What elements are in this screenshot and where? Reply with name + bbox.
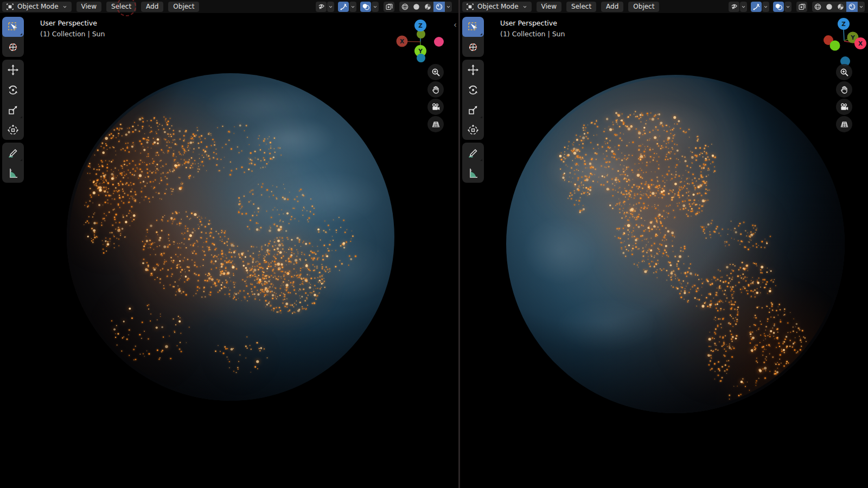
shading-dropdown[interactable] (858, 2, 865, 12)
camera-view-icon (431, 102, 441, 112)
tool-select-box[interactable] (462, 17, 484, 37)
cursor-icon (467, 41, 479, 53)
gizmo-icon (340, 3, 348, 11)
shading-rendered-button[interactable] (433, 2, 445, 12)
axis-z-label: Z (418, 22, 423, 29)
overlay-circles-icon (362, 3, 370, 11)
viewport-3d-left[interactable]: Object Mode View Select Add Object (0, 0, 458, 488)
xray-toggle[interactable] (384, 2, 394, 12)
tool-transform[interactable] (2, 120, 24, 140)
tool-transform[interactable] (462, 120, 484, 140)
viewport-3d-right[interactable]: Object Mode View Select Add Object (460, 0, 868, 488)
object-mode-icon (466, 3, 474, 11)
shading-solid-button[interactable] (824, 2, 835, 12)
viewport-header-left: Object Mode View Select Add Object (0, 0, 458, 13)
pan-button[interactable] (836, 81, 852, 98)
select-box-icon (7, 21, 19, 33)
gizmos-dropdown[interactable] (762, 2, 769, 12)
toggle-grid-icon (840, 120, 849, 129)
menu-view[interactable]: View (537, 2, 561, 12)
collection-breadcrumb: (1) Collection | Sun (500, 30, 565, 38)
axis-y-label: Y (850, 34, 855, 41)
viewport-header-right: Object Mode View Select Add Object (460, 0, 868, 13)
chevron-down-icon (522, 4, 528, 10)
show-overlays-toggle[interactable] (360, 2, 371, 12)
tool-annotate[interactable] (2, 143, 24, 163)
navigation-gizmo[interactable]: Z X Y (394, 17, 449, 64)
menu-add[interactable]: Add (141, 2, 163, 12)
gizmos-dropdown[interactable] (349, 2, 356, 12)
shading-solid-button[interactable] (411, 2, 422, 12)
axis-y-neg-ball[interactable] (830, 41, 840, 51)
xray-toggle[interactable] (796, 2, 807, 12)
chevron-down-icon (741, 4, 746, 10)
overlay-circles-icon (775, 3, 783, 11)
menu-object[interactable]: Object (168, 2, 199, 12)
gizmo-visibility-dropdown[interactable] (740, 2, 747, 12)
sidebar-toggle-arrow[interactable]: ‹ (454, 21, 457, 29)
shading-wireframe-button[interactable] (399, 2, 411, 12)
gizmo-visibility-button[interactable] (729, 2, 739, 12)
show-gizmos-toggle[interactable] (751, 2, 762, 12)
shading-material-icon (837, 3, 845, 11)
shading-material-button[interactable] (835, 2, 846, 12)
camera-view-button[interactable] (836, 99, 852, 115)
pan-hand-icon (431, 85, 441, 94)
axis-z-label: Z (841, 21, 846, 27)
tool-annotate[interactable] (462, 143, 484, 163)
menu-add[interactable]: Add (601, 2, 623, 12)
axis-x-neg-ball[interactable] (434, 37, 444, 47)
overlays-dropdown[interactable] (784, 2, 792, 12)
shading-dropdown[interactable] (445, 2, 452, 12)
shading-solid-icon (412, 3, 420, 11)
shading-rendered-icon (848, 3, 856, 11)
tool-measure[interactable] (2, 163, 24, 183)
chevron-down-icon (445, 4, 451, 10)
camera-view-icon (840, 102, 849, 112)
shading-wireframe-button[interactable] (812, 2, 824, 12)
zoom-button[interactable] (836, 64, 852, 80)
menu-select[interactable]: Select (566, 2, 596, 12)
tool-move[interactable] (462, 60, 484, 80)
toggle-grid-icon (431, 120, 441, 129)
show-overlays-toggle[interactable] (773, 2, 784, 12)
cursor-icon (7, 41, 19, 53)
toggle-perspective-button[interactable] (427, 116, 444, 132)
mode-selector[interactable]: Object Mode (2, 2, 72, 12)
toggle-perspective-button[interactable] (836, 116, 852, 132)
tool-cursor[interactable] (2, 37, 24, 57)
eye-cursor-icon (317, 3, 326, 11)
earth-render-left (67, 73, 394, 401)
collection-breadcrumb: (1) Collection | Sun (40, 30, 105, 38)
shading-material-button[interactable] (422, 2, 433, 12)
shading-rendered-button[interactable] (846, 2, 858, 12)
tool-rotate[interactable] (2, 80, 24, 100)
tool-scale[interactable] (462, 100, 484, 120)
tool-measure[interactable] (462, 163, 484, 183)
shading-material-icon (424, 3, 432, 11)
menu-view[interactable]: View (76, 2, 101, 12)
menu-object[interactable]: Object (628, 2, 659, 12)
tool-select-box[interactable] (2, 17, 24, 37)
overlays-dropdown[interactable] (372, 2, 379, 12)
scale-icon (7, 104, 19, 116)
axis-z-neg-ball[interactable] (417, 54, 425, 62)
tool-rotate[interactable] (462, 80, 484, 100)
menu-select[interactable]: Select (106, 2, 136, 12)
gizmo-visibility-button[interactable] (316, 2, 327, 12)
camera-view-button[interactable] (427, 99, 444, 115)
zoom-button[interactable] (427, 64, 444, 80)
tool-scale[interactable] (2, 100, 24, 120)
gizmo-visibility-dropdown[interactable] (327, 2, 334, 12)
viewport-nav-column (836, 64, 852, 132)
move-icon (467, 64, 479, 76)
show-gizmos-toggle[interactable] (338, 2, 349, 12)
mode-selector[interactable]: Object Mode (462, 2, 532, 12)
tool-move[interactable] (2, 60, 24, 80)
view-perspective-label: User Perspective (40, 19, 97, 27)
axis-x-label: X (858, 40, 863, 47)
tool-cursor[interactable] (462, 37, 484, 57)
atmosphere-rim (506, 75, 845, 413)
navigation-gizmo[interactable]: Z Y X (815, 15, 868, 67)
pan-button[interactable] (427, 81, 444, 98)
